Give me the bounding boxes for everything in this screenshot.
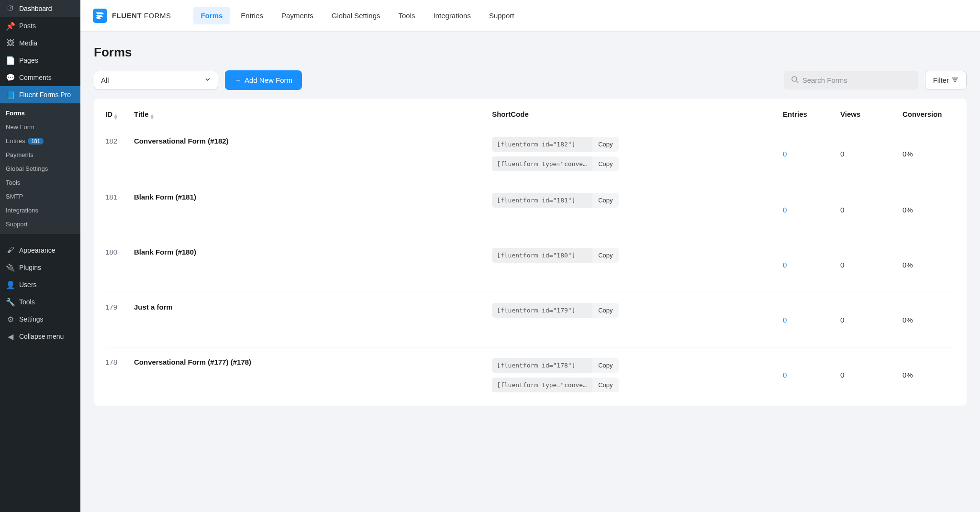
cell-title[interactable]: Blank Form (#180) bbox=[134, 248, 492, 256]
cell-shortcode: [fluentform id="182"]Copy[fluentform typ… bbox=[492, 137, 783, 171]
filter-select-value: All bbox=[101, 76, 109, 84]
sidebar-sub-support[interactable]: Support bbox=[0, 217, 80, 231]
header-conversion: Conversion bbox=[902, 110, 955, 119]
tab-globalsettings[interactable]: Global Settings bbox=[324, 7, 388, 24]
cell-shortcode: [fluentform id="179"]Copy bbox=[492, 303, 783, 318]
sidebar-sub-smtp[interactable]: SMTP bbox=[0, 189, 80, 203]
cell-title[interactable]: Conversational Form (#177) (#178) bbox=[134, 358, 492, 366]
sidebar-item-settings[interactable]: ⚙Settings bbox=[0, 311, 80, 328]
sidebar-item-users[interactable]: 👤Users bbox=[0, 276, 80, 293]
cell-entries: 0 bbox=[783, 248, 840, 281]
header-id[interactable]: ID▴▾ bbox=[105, 110, 134, 119]
search-forms-box[interactable] bbox=[784, 71, 918, 89]
shortcode-text[interactable]: [fluentform id="181"] bbox=[492, 193, 592, 208]
logo-icon bbox=[93, 9, 107, 23]
copy-button[interactable]: Copy bbox=[592, 303, 618, 318]
cell-views: 0 bbox=[840, 358, 902, 391]
sidebar-sub-tools[interactable]: Tools bbox=[0, 176, 80, 189]
copy-button[interactable]: Copy bbox=[592, 248, 618, 263]
search-input[interactable] bbox=[802, 76, 912, 84]
forms-table: ID▴▾ Title▴▾ ShortCode Entries Views Con… bbox=[94, 99, 967, 406]
filter-select[interactable]: All bbox=[94, 71, 218, 89]
page-title: Forms bbox=[94, 45, 967, 60]
tab-integrations[interactable]: Integrations bbox=[426, 7, 479, 24]
sidebar-sub-newform[interactable]: New Form bbox=[0, 120, 80, 134]
tab-payments[interactable]: Payments bbox=[274, 7, 321, 24]
copy-button[interactable]: Copy bbox=[592, 156, 618, 171]
page-content: Forms All ＋ Add New Form Filter bbox=[80, 32, 980, 419]
sidebar-sub-payments[interactable]: Payments bbox=[0, 148, 80, 162]
sort-icon: ▴▾ bbox=[114, 113, 117, 119]
cell-views: 0 bbox=[840, 303, 902, 336]
copy-button[interactable]: Copy bbox=[592, 358, 618, 373]
entries-link[interactable]: 0 bbox=[783, 261, 787, 269]
sidebar-item-label: Media bbox=[19, 39, 37, 47]
wrench-icon: 🔧 bbox=[6, 297, 15, 307]
plugin-logo[interactable]: FLUENT FORMS bbox=[93, 9, 171, 23]
cell-conversion: 0% bbox=[902, 193, 955, 226]
shortcode-text[interactable]: [fluentform type="conversa… bbox=[492, 156, 592, 171]
sidebar-sub-forms[interactable]: Forms bbox=[0, 106, 80, 120]
sidebar-item-appearance[interactable]: 🖌Appearance bbox=[0, 242, 80, 259]
sidebar-item-label: Pages bbox=[19, 56, 38, 64]
filter-button[interactable]: Filter bbox=[925, 71, 967, 89]
filter-icon bbox=[952, 76, 958, 84]
cell-conversion: 0% bbox=[902, 137, 955, 170]
sidebar-item-collapse[interactable]: ◀Collapse menu bbox=[0, 328, 80, 345]
form-icon: 📘 bbox=[6, 90, 15, 100]
entries-link[interactable]: 0 bbox=[783, 371, 787, 379]
cell-shortcode: [fluentform id="178"]Copy[fluentform typ… bbox=[492, 358, 783, 392]
sidebar-sub-integrations[interactable]: Integrations bbox=[0, 203, 80, 217]
search-icon bbox=[791, 76, 799, 85]
table-row: 179Just a form[fluentform id="179"]Copy0… bbox=[105, 292, 955, 347]
sidebar-item-comments[interactable]: 💬Comments bbox=[0, 69, 80, 86]
add-new-form-button[interactable]: ＋ Add New Form bbox=[225, 70, 302, 90]
cell-title[interactable]: Just a form bbox=[134, 303, 492, 311]
tab-forms[interactable]: Forms bbox=[193, 7, 231, 24]
cell-title[interactable]: Blank Form (#181) bbox=[134, 193, 492, 201]
media-icon: 🖼 bbox=[6, 38, 15, 48]
copy-button[interactable]: Copy bbox=[592, 137, 618, 152]
shortcode-text[interactable]: [fluentform id="178"] bbox=[492, 358, 592, 373]
header-views: Views bbox=[840, 110, 902, 119]
copy-button[interactable]: Copy bbox=[592, 378, 618, 392]
cell-title[interactable]: Conversational Form (#182) bbox=[134, 137, 492, 145]
sidebar-item-fluentforms[interactable]: 📘Fluent Forms Pro bbox=[0, 86, 80, 103]
comment-icon: 💬 bbox=[6, 73, 15, 82]
cell-shortcode: [fluentform id="181"]Copy bbox=[492, 193, 783, 208]
sidebar-sub-entries[interactable]: Entries181 bbox=[0, 134, 80, 148]
sidebar-sub-globalsettings[interactable]: Global Settings bbox=[0, 162, 80, 176]
tab-tools[interactable]: Tools bbox=[390, 7, 423, 24]
shortcode-text[interactable]: [fluentform id="180"] bbox=[492, 248, 592, 263]
tab-support[interactable]: Support bbox=[481, 7, 522, 24]
cell-entries: 0 bbox=[783, 303, 840, 336]
shortcode-text[interactable]: [fluentform id="182"] bbox=[492, 137, 592, 152]
sidebar-item-posts[interactable]: 📌Posts bbox=[0, 17, 80, 34]
tab-entries[interactable]: Entries bbox=[233, 7, 271, 24]
sidebar-item-pages[interactable]: 📄Pages bbox=[0, 52, 80, 69]
main-area: FLUENT FORMS Forms Entries Payments Glob… bbox=[80, 0, 980, 419]
sidebar-item-media[interactable]: 🖼Media bbox=[0, 34, 80, 52]
cell-conversion: 0% bbox=[902, 303, 955, 336]
entries-link[interactable]: 0 bbox=[783, 316, 787, 324]
header-title[interactable]: Title▴▾ bbox=[134, 110, 492, 119]
sidebar-item-label: Users bbox=[19, 281, 37, 289]
shortcode-text[interactable]: [fluentform id="179"] bbox=[492, 303, 592, 318]
shortcode-text[interactable]: [fluentform type="conversa… bbox=[492, 378, 592, 392]
table-header: ID▴▾ Title▴▾ ShortCode Entries Views Con… bbox=[105, 101, 955, 126]
copy-button[interactable]: Copy bbox=[592, 193, 618, 208]
cell-views: 0 bbox=[840, 193, 902, 226]
sidebar-item-label: Fluent Forms Pro bbox=[19, 91, 71, 99]
table-row: 180Blank Form (#180)[fluentform id="180"… bbox=[105, 237, 955, 292]
dashboard-icon: ⏱ bbox=[6, 4, 15, 13]
collapse-icon: ◀ bbox=[6, 332, 15, 341]
entries-link[interactable]: 0 bbox=[783, 206, 787, 214]
sidebar-item-label: Tools bbox=[19, 298, 35, 306]
pin-icon: 📌 bbox=[6, 21, 15, 31]
settings-icon: ⚙ bbox=[6, 314, 15, 324]
entries-link[interactable]: 0 bbox=[783, 150, 787, 158]
user-icon: 👤 bbox=[6, 280, 15, 289]
sidebar-item-tools[interactable]: 🔧Tools bbox=[0, 293, 80, 311]
sidebar-item-dashboard[interactable]: ⏱Dashboard bbox=[0, 0, 80, 17]
sidebar-item-plugins[interactable]: 🔌Plugins bbox=[0, 259, 80, 276]
